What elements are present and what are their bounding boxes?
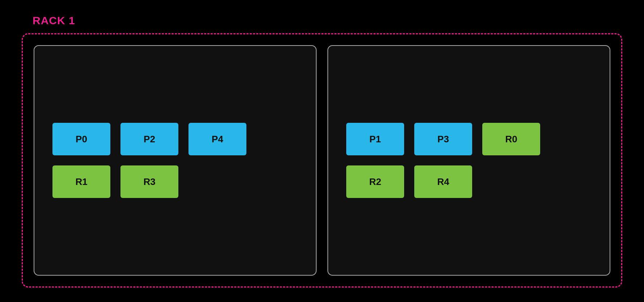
rack-outer: P0 P2 P4 R1 R3 (22, 33, 622, 288)
slot-P1[interactable]: P1 (346, 123, 404, 155)
page-container: RACK 1 P0 P2 P4 R1 R (0, 0, 644, 302)
slot-P3[interactable]: P3 (414, 123, 472, 155)
slot-P4[interactable]: P4 (188, 123, 246, 155)
rack-label: RACK 1 (33, 14, 75, 27)
slot-R3[interactable]: R3 (120, 165, 178, 198)
chassis-right: P1 P3 R0 R2 R4 (327, 45, 610, 276)
slot-R0[interactable]: R0 (482, 123, 540, 155)
slot-R2[interactable]: R2 (346, 165, 404, 198)
slot-row-left-0: P0 P2 P4 (52, 123, 298, 155)
slot-row-right-1: R2 R4 (346, 165, 592, 198)
chassis-left: P0 P2 P4 R1 R3 (34, 45, 317, 276)
slot-P2[interactable]: P2 (120, 123, 178, 155)
slot-R1[interactable]: R1 (52, 165, 110, 198)
slot-R4[interactable]: R4 (414, 165, 472, 198)
slot-P0[interactable]: P0 (52, 123, 110, 155)
slot-row-right-0: P1 P3 R0 (346, 123, 592, 155)
slot-row-left-1: R1 R3 (52, 165, 298, 198)
